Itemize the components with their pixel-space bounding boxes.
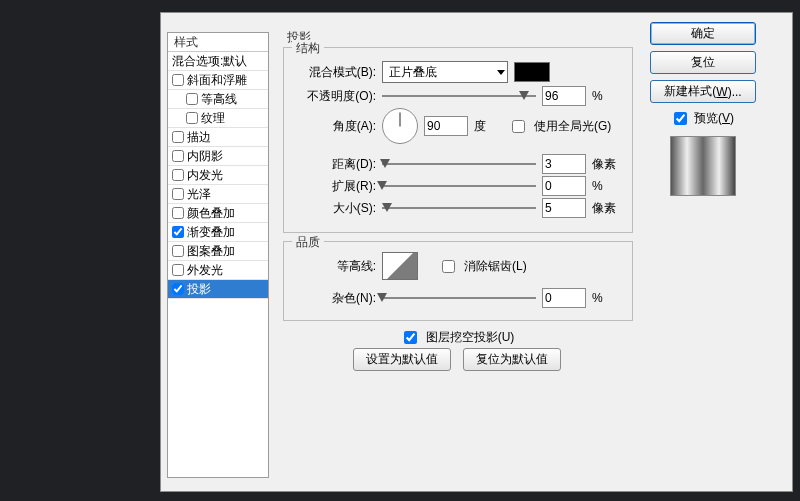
blend-mode-label: 混合模式(B):: [296, 64, 376, 81]
chevron-down-icon: [497, 70, 505, 75]
style-item-6[interactable]: 光泽: [168, 185, 268, 204]
style-item-checkbox[interactable]: [186, 112, 198, 124]
size-slider[interactable]: [382, 200, 536, 216]
size-unit: 像素: [592, 200, 620, 217]
new-style-button[interactable]: 新建样式(W)...: [650, 80, 756, 103]
style-item-label: 描边: [187, 128, 211, 146]
style-item-checkbox[interactable]: [172, 131, 184, 143]
style-item-checkbox[interactable]: [172, 226, 184, 238]
blending-options-label: 混合选项:默认: [172, 52, 247, 70]
global-light-checkbox[interactable]: [512, 120, 525, 133]
antialias-label: 消除锯齿(L): [464, 258, 527, 275]
angle-input[interactable]: 90: [424, 116, 468, 136]
preview-swatch: [670, 136, 736, 196]
style-item-3[interactable]: 描边: [168, 128, 268, 147]
knockout-checkbox[interactable]: [404, 331, 417, 344]
style-item-checkbox[interactable]: [172, 264, 184, 276]
style-item-checkbox[interactable]: [172, 188, 184, 200]
distance-input[interactable]: 3: [542, 154, 586, 174]
spread-input[interactable]: 0: [542, 176, 586, 196]
style-item-checkbox[interactable]: [172, 74, 184, 86]
style-item-5[interactable]: 内发光: [168, 166, 268, 185]
style-item-checkbox[interactable]: [172, 283, 184, 295]
contour-label: 等高线:: [296, 258, 376, 275]
style-item-label: 内阴影: [187, 147, 223, 165]
style-item-label: 等高线: [201, 90, 237, 108]
preview-label: 预览(V): [694, 110, 734, 127]
angle-unit: 度: [474, 118, 502, 135]
distance-label: 距离(D):: [296, 156, 376, 173]
knockout-label: 图层挖空投影(U): [426, 329, 515, 346]
style-item-label: 渐变叠加: [187, 223, 235, 241]
cancel-button[interactable]: 复位: [650, 51, 756, 74]
contour-picker[interactable]: [382, 252, 418, 280]
spread-slider[interactable]: [382, 178, 536, 194]
noise-input[interactable]: 0: [542, 288, 586, 308]
style-item-7[interactable]: 颜色叠加: [168, 204, 268, 223]
style-item-label: 光泽: [187, 185, 211, 203]
ok-button[interactable]: 确定: [650, 22, 756, 45]
dialog-right-column: 确定 复位 新建样式(W)... 预览(V): [650, 22, 760, 196]
style-item-checkbox[interactable]: [172, 150, 184, 162]
spread-unit: %: [592, 179, 620, 193]
global-light-label: 使用全局光(G): [534, 118, 611, 135]
style-item-label: 纹理: [201, 109, 225, 127]
style-item-label: 颜色叠加: [187, 204, 235, 222]
noise-slider[interactable]: [382, 290, 536, 306]
blending-options-row[interactable]: 混合选项:默认: [168, 52, 268, 71]
blend-mode-combo[interactable]: 正片叠底: [382, 61, 508, 83]
style-item-10[interactable]: 外发光: [168, 261, 268, 280]
reset-default-button[interactable]: 复位为默认值: [463, 348, 561, 371]
opacity-unit: %: [592, 89, 620, 103]
opacity-slider[interactable]: [382, 88, 536, 104]
angle-dial[interactable]: [382, 108, 418, 144]
style-item-checkbox[interactable]: [172, 207, 184, 219]
quality-group: 品质 等高线: 消除锯齿(L) 杂色(N): 0 %: [283, 241, 633, 321]
preview-checkbox[interactable]: [674, 112, 687, 125]
quality-legend: 品质: [292, 234, 324, 251]
style-item-checkbox[interactable]: [186, 93, 198, 105]
style-item-label: 斜面和浮雕: [187, 71, 247, 89]
style-item-label: 内发光: [187, 166, 223, 184]
distance-unit: 像素: [592, 156, 620, 173]
antialias-checkbox[interactable]: [442, 260, 455, 273]
size-input[interactable]: 5: [542, 198, 586, 218]
style-item-1[interactable]: 等高线: [168, 90, 268, 109]
style-item-9[interactable]: 图案叠加: [168, 242, 268, 261]
style-item-11[interactable]: 投影: [168, 280, 268, 299]
structure-group: 结构 混合模式(B): 正片叠底 不透明度(O): 96 % 角度(A): 90…: [283, 47, 633, 233]
style-item-4[interactable]: 内阴影: [168, 147, 268, 166]
noise-label: 杂色(N):: [296, 290, 376, 307]
angle-label: 角度(A):: [296, 118, 376, 135]
noise-unit: %: [592, 291, 620, 305]
structure-legend: 结构: [292, 40, 324, 57]
style-item-0[interactable]: 斜面和浮雕: [168, 71, 268, 90]
blend-mode-value: 正片叠底: [389, 64, 437, 81]
style-item-label: 图案叠加: [187, 242, 235, 260]
styles-header: 样式: [168, 33, 268, 52]
style-item-2[interactable]: 纹理: [168, 109, 268, 128]
style-item-label: 外发光: [187, 261, 223, 279]
style-item-8[interactable]: 渐变叠加: [168, 223, 268, 242]
style-item-checkbox[interactable]: [172, 169, 184, 181]
distance-slider[interactable]: [382, 156, 536, 172]
size-label: 大小(S):: [296, 200, 376, 217]
shadow-color-swatch[interactable]: [514, 62, 550, 82]
style-item-label: 投影: [187, 280, 211, 298]
spread-label: 扩展(R):: [296, 178, 376, 195]
styles-list: 样式 混合选项:默认 斜面和浮雕等高线纹理描边内阴影内发光光泽颜色叠加渐变叠加图…: [167, 32, 269, 478]
opacity-label: 不透明度(O):: [296, 88, 376, 105]
make-default-button[interactable]: 设置为默认值: [353, 348, 451, 371]
style-item-checkbox[interactable]: [172, 245, 184, 257]
opacity-input[interactable]: 96: [542, 86, 586, 106]
